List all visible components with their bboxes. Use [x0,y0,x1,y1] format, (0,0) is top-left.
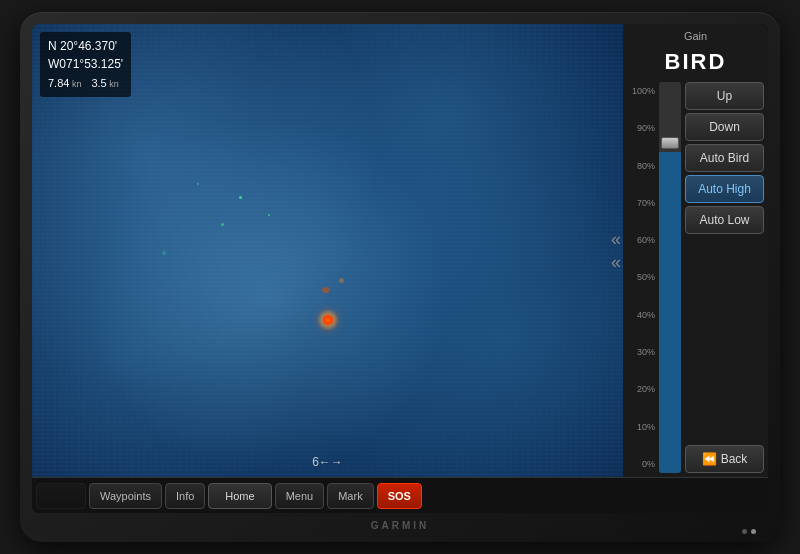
gps-lon: W071°53.125' [48,55,123,73]
bird-title: BIRD [627,47,764,79]
indicator-dot-1 [742,529,747,534]
indicator-dots [742,529,756,534]
target-blip [316,308,340,332]
radar-arrows[interactable]: « « [611,229,621,273]
gain-section: 100% 90% 80% 70% 60% 50% 40% 30% 20% 10%… [627,82,764,473]
gps-val1: 7.84 kn [48,75,81,92]
brand-bar: GARMIN [32,516,768,534]
brand-text: GARMIN [371,520,430,531]
right-panel: Gain BIRD 100% 90% 80% 70% 60% 50% 40% 3… [623,24,768,477]
main-display: N 20°46.370' W071°53.125' 7.84 kn 3.5 kn… [32,24,768,477]
info-button[interactable]: Info [165,483,205,509]
auto-high-button[interactable]: Auto High [685,175,764,203]
empty-button[interactable] [36,483,86,509]
up-button[interactable]: Up [685,82,764,110]
right-buttons: Up Down Auto Bird Auto High Auto Low ⏪ B… [685,82,764,473]
target-center [323,315,333,325]
sos-button[interactable]: SOS [377,483,422,509]
gps-overlay: N 20°46.370' W071°53.125' 7.84 kn 3.5 kn [40,32,131,97]
auto-bird-button[interactable]: Auto Bird [685,144,764,172]
gain-slider[interactable] [659,82,681,473]
back-label: Back [721,452,748,466]
menu-button[interactable]: Menu [275,483,325,509]
mark-button[interactable]: Mark [327,483,373,509]
device-bottom: GARMIN [32,513,768,534]
gps-val2: 3.5 kn [91,75,118,92]
home-button[interactable]: Home [208,483,271,509]
bottom-bar: Waypoints Info Home Menu Mark SOS [32,477,768,513]
gain-scale: 100% 90% 80% 70% 60% 50% 40% 30% 20% 10%… [627,82,655,473]
gps-lat: N 20°46.370' [48,37,123,55]
arrow-left[interactable]: « [611,229,621,250]
range-indicator: 6←→ [312,455,343,469]
screen: N 20°46.370' W071°53.125' 7.84 kn 3.5 kn… [32,24,768,513]
back-icon: ⏪ [702,452,717,466]
down-button[interactable]: Down [685,113,764,141]
gps-sub: 7.84 kn 3.5 kn [48,75,123,92]
arrow-right[interactable]: « [611,252,621,273]
radar-view[interactable]: N 20°46.370' W071°53.125' 7.84 kn 3.5 kn… [32,24,623,477]
indicator-dot-2 [751,529,756,534]
gain-label: Gain [627,28,764,44]
auto-low-button[interactable]: Auto Low [685,206,764,234]
waypoints-button[interactable]: Waypoints [89,483,162,509]
back-button[interactable]: ⏪ Back [685,445,764,473]
device-frame: N 20°46.370' W071°53.125' 7.84 kn 3.5 kn… [20,12,780,542]
slider-thumb [661,137,679,149]
